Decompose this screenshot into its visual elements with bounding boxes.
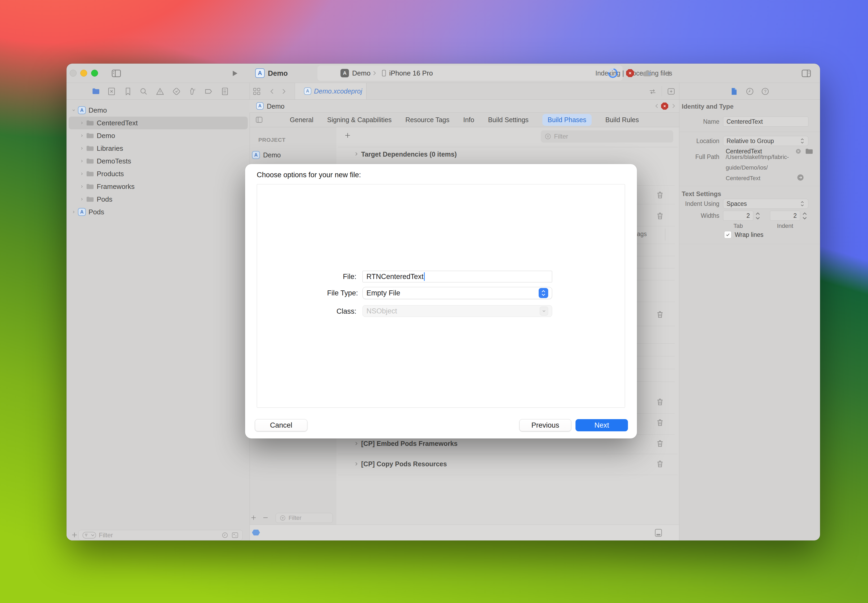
error-badge-icon[interactable] — [626, 69, 634, 77]
tree-item-centeredtext[interactable]: CenteredText — [67, 117, 249, 129]
add-toolbar-icon[interactable] — [665, 70, 673, 77]
breadcrumb[interactable]: Demo — [267, 102, 285, 110]
indent-width-field[interactable]: 2 — [770, 210, 800, 221]
previous-button[interactable]: Previous — [519, 419, 571, 431]
history-inspector-icon[interactable] — [745, 87, 754, 96]
delete-phase-icon[interactable] — [656, 418, 665, 427]
tree-item-demo-project[interactable]: A Demo — [67, 104, 249, 117]
back-icon[interactable] — [268, 88, 276, 95]
report-navigator-icon[interactable] — [220, 87, 229, 96]
choose-folder-icon[interactable] — [805, 148, 813, 155]
location-popup[interactable]: Relative to Group — [723, 136, 808, 146]
disclosure-icon[interactable] — [80, 196, 84, 202]
wrap-lines-checkbox[interactable] — [724, 231, 732, 238]
scm-status-filter-icon[interactable] — [231, 532, 239, 539]
build-phase-copy-pods[interactable]: [CP] Copy Pods Resources — [361, 460, 447, 468]
minimize-button[interactable] — [80, 70, 87, 77]
tab-signing-capabilities[interactable]: Signing & Capabilities — [327, 116, 391, 124]
editor-sidebar-toggle-icon[interactable] — [255, 116, 263, 124]
delete-phase-icon[interactable] — [656, 439, 665, 448]
swap-editor-icon[interactable] — [648, 87, 657, 96]
source-control-navigator-icon[interactable] — [107, 87, 116, 96]
tab-build-phases[interactable]: Build Phases — [542, 114, 592, 126]
disclosure-icon[interactable] — [353, 461, 359, 467]
cancel-button[interactable]: Cancel — [255, 419, 307, 431]
breakpoint-navigator-icon[interactable] — [204, 87, 213, 96]
indent-using-popup[interactable]: Spaces — [723, 199, 808, 209]
zoom-button[interactable] — [91, 70, 98, 77]
tree-item-pods-project[interactable]: A Pods — [67, 206, 249, 218]
tab-width-field[interactable]: 2 — [723, 210, 753, 221]
tab-width-stepper[interactable] — [755, 211, 761, 221]
tree-item-pods-folder[interactable]: Pods — [67, 193, 249, 206]
remove-project-icon[interactable] — [262, 514, 269, 521]
run-button[interactable] — [231, 70, 239, 77]
sidebar-toggle-icon[interactable] — [111, 68, 122, 79]
scheme-selector[interactable]: A Demo iPhone 16 Pro Indexing | Processi… — [317, 65, 623, 81]
scheme-target[interactable]: Demo — [352, 69, 370, 77]
recent-filter-icon[interactable] — [221, 532, 229, 539]
debug-area-toggle-icon[interactable] — [654, 528, 663, 538]
editor-tab[interactable]: A Demo.xcodeproj — [295, 83, 367, 99]
file-name-input[interactable]: RTNCenteredText — [362, 271, 552, 283]
delete-phase-icon[interactable] — [656, 212, 665, 220]
debug-navigator-icon[interactable] — [187, 87, 196, 96]
name-field[interactable]: CenteredText — [723, 117, 808, 127]
build-phases-filter-input[interactable]: Filter — [541, 130, 673, 142]
indent-width-stepper[interactable] — [802, 211, 808, 221]
related-items-icon[interactable] — [252, 87, 261, 96]
file-inspector-icon[interactable] — [729, 87, 738, 96]
delete-phase-icon[interactable] — [656, 190, 665, 199]
delete-phase-icon[interactable] — [656, 397, 665, 407]
project-column-filter-input[interactable]: Filter — [275, 513, 333, 523]
inspector-divider[interactable] — [679, 83, 679, 541]
delete-phase-icon[interactable] — [656, 459, 665, 468]
build-phase-target-dependencies[interactable]: Target Dependencies (0 items) — [361, 150, 457, 158]
add-build-phase-icon[interactable] — [343, 131, 351, 139]
issue-navigator-icon[interactable] — [156, 87, 164, 96]
tab-build-rules[interactable]: Build Rules — [605, 116, 639, 124]
disclosure-open-icon[interactable] — [71, 108, 76, 113]
find-navigator-icon[interactable] — [139, 87, 148, 96]
forward-icon[interactable] — [280, 88, 288, 95]
next-issue-icon[interactable] — [670, 103, 677, 109]
tree-item-demotests[interactable]: DemoTests — [67, 155, 249, 167]
filter-menu-icon[interactable] — [82, 532, 96, 539]
disclosure-icon[interactable] — [80, 146, 84, 151]
tree-item-frameworks[interactable]: Frameworks — [67, 180, 249, 193]
navigator-filter-input[interactable]: Filter — [79, 530, 243, 541]
next-button[interactable]: Next — [576, 419, 628, 431]
project-navigator-icon[interactable] — [91, 87, 101, 96]
disclosure-icon[interactable] — [80, 133, 84, 138]
disclosure-icon[interactable] — [353, 151, 359, 157]
popup-stepper-icon[interactable] — [538, 288, 548, 298]
disclosure-icon[interactable] — [80, 184, 84, 189]
issue-badge-icon[interactable] — [661, 102, 668, 110]
bookmark-navigator-icon[interactable] — [124, 87, 133, 96]
disclosure-icon[interactable] — [80, 171, 84, 176]
add-editor-icon[interactable] — [667, 87, 675, 96]
help-inspector-icon[interactable]: ? — [761, 87, 770, 96]
breakpoint-toggle-icon[interactable] — [252, 530, 260, 535]
test-navigator-icon[interactable] — [172, 87, 181, 96]
tab-resource-tags[interactable]: Resource Tags — [405, 116, 449, 124]
tab-info[interactable]: Info — [463, 116, 474, 124]
project-list-item[interactable]: A Demo — [252, 151, 281, 159]
disclosure-icon[interactable] — [71, 209, 76, 215]
open-path-arrow-icon[interactable] — [797, 174, 804, 181]
scheme-device[interactable]: iPhone 16 Pro — [389, 69, 433, 77]
inspector-toggle-icon[interactable] — [801, 68, 812, 79]
disclosure-icon[interactable] — [353, 441, 359, 447]
disclosure-icon[interactable] — [80, 158, 84, 164]
tree-item-products[interactable]: Products — [67, 167, 249, 180]
add-project-icon[interactable] — [250, 514, 257, 521]
clear-icon[interactable] — [795, 148, 801, 155]
build-phase-embed-pods[interactable]: [CP] Embed Pods Frameworks — [361, 440, 458, 447]
previous-issue-icon[interactable] — [654, 103, 660, 109]
add-item-icon[interactable] — [71, 531, 79, 539]
tab-general[interactable]: General — [290, 116, 313, 124]
close-button[interactable] — [70, 70, 77, 77]
tree-item-demo-folder[interactable]: Demo — [67, 129, 249, 142]
delete-phase-icon[interactable] — [656, 310, 665, 319]
tab-build-settings[interactable]: Build Settings — [488, 116, 529, 124]
